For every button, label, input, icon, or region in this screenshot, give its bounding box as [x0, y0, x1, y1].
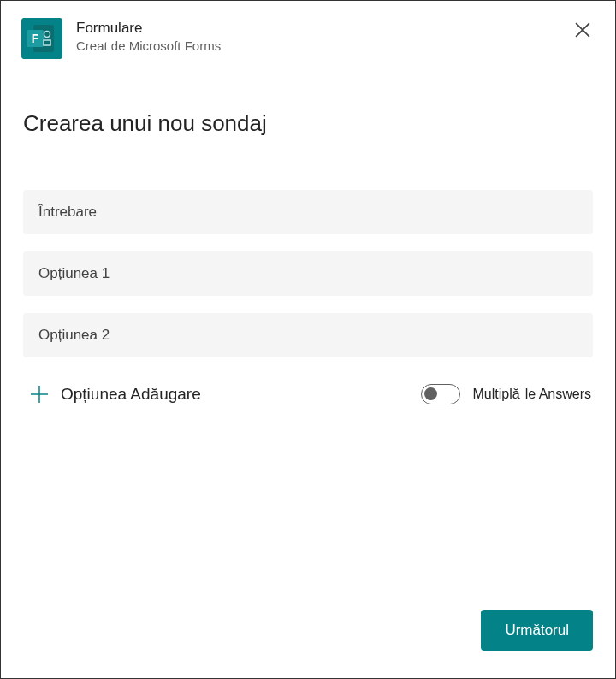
close-button[interactable]	[569, 16, 596, 44]
next-button[interactable]: Următorul	[481, 610, 593, 651]
close-icon	[575, 22, 590, 38]
add-option-button[interactable]: Opțiunea Adăugare	[25, 381, 206, 407]
question-input[interactable]	[23, 190, 593, 234]
option-2-input[interactable]	[23, 313, 593, 357]
toggle-thumb	[424, 387, 437, 400]
svg-text:F: F	[32, 32, 39, 45]
forms-app-icon: F	[21, 18, 62, 59]
main-content: Crearea unui nou sondaj Opțiunea Adăugar…	[1, 59, 615, 407]
dialog-footer: Următorul	[481, 610, 593, 651]
option-1-input[interactable]	[23, 251, 593, 296]
multiple-answers-group: Multiplă le Answers	[421, 384, 591, 404]
options-row: Opțiunea Adăugare Multiplă le Answers	[23, 381, 593, 407]
header-text-block: Formulare Creat de Microsoft Forms	[76, 18, 221, 53]
page-title: Crearea unui nou sondaj	[23, 110, 593, 137]
add-option-label: Opțiunea Adăugare	[61, 385, 201, 404]
dialog-header: F Formulare Creat de Microsoft Forms	[1, 1, 615, 59]
plus-icon	[30, 385, 49, 404]
multiple-answers-toggle[interactable]	[421, 384, 460, 404]
toggle-label-secondary: le Answers	[525, 387, 591, 402]
forms-icon: F	[21, 18, 62, 59]
toggle-label-primary: Multiplă	[472, 387, 519, 402]
app-subtitle: Creat de Microsoft Forms	[76, 38, 221, 53]
app-title: Formulare	[76, 20, 221, 37]
toggle-labels: Multiplă le Answers	[472, 387, 591, 402]
dialog-container: F Formulare Creat de Microsoft Forms Cre…	[0, 0, 616, 679]
